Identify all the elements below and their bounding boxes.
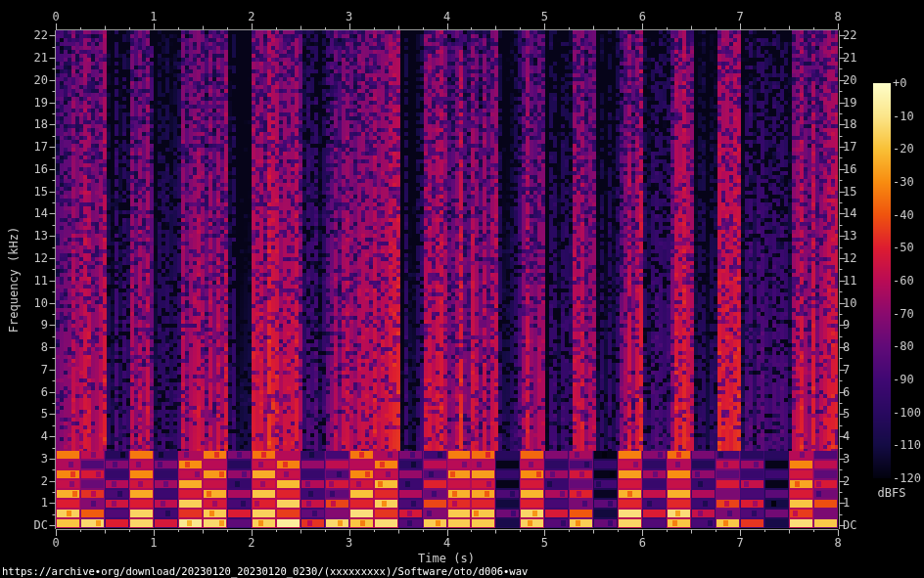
colorbar-tick-label: -10 xyxy=(893,110,924,123)
freq-tick-label-right: 8 xyxy=(843,340,874,354)
freq-tick-label-right: 13 xyxy=(843,229,874,243)
time-axis-title: Time (s) xyxy=(407,552,485,565)
freq-tick-label-left: 22 xyxy=(20,28,48,42)
colorbar-tick-label: -20 xyxy=(893,142,924,156)
freq-tick-label-right: 22 xyxy=(843,28,874,42)
freq-tick-label-left: 12 xyxy=(20,251,48,265)
colorbar-title: dBFS xyxy=(870,486,913,500)
freq-tick-label-right: 14 xyxy=(843,206,874,220)
freq-tick-label-left: 7 xyxy=(20,363,48,377)
colorbar-tick-label: -50 xyxy=(893,241,924,254)
colorbar-tick-label: +0 xyxy=(893,76,924,90)
file-url-text: https://archive•org/download/20230120_20… xyxy=(2,564,528,578)
time-tick-label-bottom: 5 xyxy=(530,536,559,550)
time-tick-label-bottom: 0 xyxy=(41,536,70,550)
freq-tick-label-left: 15 xyxy=(20,185,48,199)
colorbar-tick-label: -40 xyxy=(893,208,924,222)
colorbar-tick-label: -90 xyxy=(893,373,924,386)
freq-tick-label-right: 15 xyxy=(843,185,874,199)
freq-tick-label-left: 14 xyxy=(20,206,48,220)
freq-tick-label-right: 10 xyxy=(843,296,874,310)
time-tick-label-top: 1 xyxy=(139,10,168,23)
colorbar-tick-label: -110 xyxy=(893,438,924,452)
freq-tick-label-left: 4 xyxy=(20,429,48,443)
freq-tick-label-left: 20 xyxy=(20,73,48,87)
freq-tick-label-left: 3 xyxy=(20,452,48,466)
freq-tick-label-left: 1 xyxy=(20,496,48,510)
freq-tick-label-right: 1 xyxy=(843,496,874,510)
freq-tick-label-right: 12 xyxy=(843,251,874,265)
colorbar-tick-label: -30 xyxy=(893,175,924,189)
freq-tick-label-right: 20 xyxy=(843,73,874,87)
freq-tick-label-left: 11 xyxy=(20,274,48,288)
colorbar-gradient xyxy=(873,83,891,478)
freq-tick-label-right: 18 xyxy=(843,117,874,131)
freq-tick-label-right: DC xyxy=(843,518,874,532)
time-tick-label-top: 2 xyxy=(237,10,266,23)
freq-tick-label-left: 21 xyxy=(20,51,48,65)
colorbar-tick-label: -100 xyxy=(893,406,924,420)
freq-tick-label-left: 5 xyxy=(20,407,48,421)
freq-tick-label-left: 8 xyxy=(20,340,48,354)
time-tick-label-top: 7 xyxy=(725,10,755,23)
colorbar-tick-label: -60 xyxy=(893,274,924,288)
freq-tick-label-right: 9 xyxy=(843,318,874,332)
time-tick-label-bottom: 4 xyxy=(433,536,462,550)
time-tick-label-top: 3 xyxy=(335,10,364,23)
freq-tick-label-left: 2 xyxy=(20,474,48,488)
spectrogram-viewer: Frequency (kHz) Time (s) dBFS 0011223344… xyxy=(0,0,924,578)
freq-tick-label-right: 4 xyxy=(843,429,874,443)
time-tick-label-top: 5 xyxy=(530,10,559,23)
freq-tick-label-left: DC xyxy=(20,518,48,532)
freq-tick-label-left: 16 xyxy=(20,162,48,176)
time-tick-label-top: 6 xyxy=(627,10,657,23)
freq-tick-label-right: 11 xyxy=(843,274,874,288)
time-tick-label-bottom: 8 xyxy=(823,536,853,550)
freq-tick-label-left: 6 xyxy=(20,385,48,399)
freq-tick-label-right: 7 xyxy=(843,363,874,377)
freq-tick-label-left: 10 xyxy=(20,296,48,310)
colorbar-tick-label: -70 xyxy=(893,307,924,321)
frequency-axis-title: Frequency (kHz) xyxy=(7,211,21,348)
time-tick-label-top: 0 xyxy=(41,10,70,23)
colorbar-tick-label: -80 xyxy=(893,339,924,353)
time-tick-label-bottom: 7 xyxy=(725,536,755,550)
freq-tick-label-right: 6 xyxy=(843,385,874,399)
spectrogram-heatmap xyxy=(56,30,838,528)
colorbar-tick-label: -120 xyxy=(893,471,924,485)
time-tick-label-top: 4 xyxy=(433,10,462,23)
freq-tick-label-right: 19 xyxy=(843,96,874,110)
freq-tick-label-right: 21 xyxy=(843,51,874,65)
freq-tick-label-left: 9 xyxy=(20,318,48,332)
time-tick-label-bottom: 2 xyxy=(237,536,266,550)
freq-tick-label-right: 2 xyxy=(843,474,874,488)
freq-tick-label-left: 19 xyxy=(20,96,48,110)
freq-tick-label-right: 5 xyxy=(843,407,874,421)
freq-tick-label-left: 13 xyxy=(20,229,48,243)
time-tick-label-bottom: 3 xyxy=(335,536,364,550)
freq-tick-label-right: 16 xyxy=(843,162,874,176)
time-tick-label-bottom: 1 xyxy=(139,536,168,550)
freq-tick-label-right: 17 xyxy=(843,140,874,154)
freq-tick-label-left: 17 xyxy=(20,140,48,154)
freq-tick-label-right: 3 xyxy=(843,452,874,466)
time-tick-label-bottom: 6 xyxy=(627,536,657,550)
freq-tick-label-left: 18 xyxy=(20,117,48,131)
time-tick-label-top: 8 xyxy=(823,10,853,23)
